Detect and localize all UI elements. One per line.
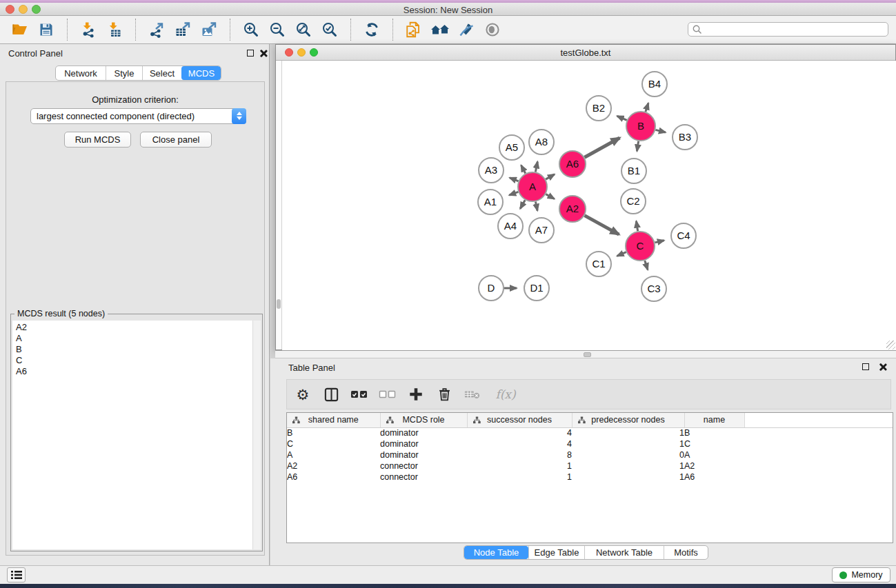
- node-C[interactable]: C: [626, 232, 655, 261]
- table-row[interactable]: Bdominator41B: [287, 427, 893, 438]
- node-A7[interactable]: A7: [529, 218, 554, 243]
- edge-C-C1[interactable]: [617, 252, 626, 256]
- open-session-icon[interactable]: [10, 19, 30, 40]
- edge-A-A3[interactable]: [510, 178, 519, 181]
- cell-successor-nodes[interactable]: 4: [467, 438, 572, 449]
- cell-name[interactable]: A2: [684, 460, 744, 472]
- table-row[interactable]: Cdominator41C: [287, 438, 893, 449]
- select-all-checkboxes-icon[interactable]: [350, 385, 368, 403]
- edge-C-C2[interactable]: [636, 221, 637, 232]
- table-row[interactable]: A2connector11A2: [287, 460, 893, 472]
- show-column-panel-icon[interactable]: [322, 385, 340, 403]
- mcds-result-item[interactable]: A6: [16, 366, 261, 377]
- edge-B-B3[interactable]: [655, 130, 666, 132]
- cell-shared-name[interactable]: A: [287, 449, 380, 460]
- unselect-all-checkboxes-icon[interactable]: [379, 385, 397, 403]
- tab-mcds[interactable]: MCDS: [181, 66, 221, 80]
- add-column-icon[interactable]: [407, 385, 425, 403]
- memory-button[interactable]: Memory: [832, 567, 890, 582]
- node-A3[interactable]: A3: [479, 158, 504, 183]
- node-B4[interactable]: B4: [642, 72, 667, 97]
- column-header-name[interactable]: name: [684, 413, 744, 427]
- edge-A-A1[interactable]: [509, 192, 518, 195]
- cell-name[interactable]: B: [684, 427, 744, 438]
- node-A2[interactable]: A2: [559, 196, 586, 222]
- zoom-out-icon[interactable]: [267, 19, 288, 40]
- node-B2[interactable]: B2: [586, 96, 611, 121]
- edge-A-A4[interactable]: [520, 200, 525, 209]
- node-A4[interactable]: A4: [498, 214, 523, 239]
- cell-successor-nodes[interactable]: 8: [467, 449, 572, 460]
- node-C1[interactable]: C1: [586, 252, 611, 276]
- node-A1[interactable]: A1: [478, 190, 503, 214]
- node-D[interactable]: D: [479, 276, 504, 301]
- tab-network[interactable]: Network: [56, 66, 106, 80]
- hide-graphics-details-icon[interactable]: [456, 19, 477, 40]
- table-float-panel-icon[interactable]: [862, 363, 869, 370]
- edge-A-A6[interactable]: [546, 174, 555, 179]
- float-panel-icon[interactable]: [247, 50, 254, 57]
- column-header-predecessor-nodes[interactable]: predecessor nodes: [572, 413, 684, 427]
- edge-A2-C[interactable]: [585, 216, 619, 234]
- save-session-icon[interactable]: [36, 19, 57, 40]
- cell-shared-name[interactable]: B: [287, 427, 380, 438]
- tab-node-table[interactable]: Node Table: [464, 546, 528, 559]
- cell-name[interactable]: C: [684, 438, 744, 449]
- search-input[interactable]: [703, 23, 888, 35]
- cell-shared-name[interactable]: A2: [287, 460, 380, 472]
- cell-predecessor-nodes[interactable]: 1: [572, 427, 684, 438]
- import-table-icon[interactable]: [104, 19, 125, 40]
- mcds-result-list[interactable]: A2ABCA6: [12, 321, 261, 549]
- zoom-fit-icon[interactable]: [293, 19, 314, 40]
- cell-successor-nodes[interactable]: 1: [467, 472, 572, 483]
- export-network-icon[interactable]: [146, 19, 167, 40]
- node-A8[interactable]: A8: [529, 130, 554, 154]
- node-table[interactable]: shared nameMCDS rolesuccessor nodesprede…: [287, 413, 893, 483]
- edge-A-A7[interactable]: [535, 202, 537, 211]
- network-bottom-scroll-thumb[interactable]: [584, 352, 591, 357]
- toolbar-search[interactable]: [688, 22, 888, 37]
- run-mcds-button[interactable]: Run MCDS: [64, 132, 131, 148]
- cell-successor-nodes[interactable]: 4: [467, 427, 572, 438]
- edge-A6-B[interactable]: [584, 138, 619, 157]
- new-network-from-selection-icon[interactable]: [404, 19, 424, 40]
- import-network-icon[interactable]: [78, 19, 99, 40]
- cell-MCDS-role[interactable]: dominator: [380, 438, 467, 449]
- edge-B-B1[interactable]: [637, 141, 638, 152]
- network-bottom-scrollbar[interactable]: [275, 350, 896, 358]
- node-C3[interactable]: C3: [641, 276, 666, 301]
- close-panel-icon[interactable]: [259, 50, 267, 57]
- column-header-MCDS-role[interactable]: MCDS role: [380, 413, 467, 427]
- cell-MCDS-role[interactable]: dominator: [380, 427, 467, 438]
- delete-column-trash-icon[interactable]: [435, 385, 453, 403]
- node-B1[interactable]: B1: [621, 159, 646, 183]
- network-left-scrollbar[interactable]: [276, 61, 282, 349]
- mcds-result-item[interactable]: A2: [16, 322, 261, 333]
- edge-B-B4[interactable]: [646, 103, 648, 112]
- refresh-icon[interactable]: [361, 19, 382, 40]
- edge-B-B2[interactable]: [617, 116, 627, 120]
- cell-predecessor-nodes[interactable]: 1: [572, 472, 684, 483]
- cell-predecessor-nodes[interactable]: 1: [572, 460, 684, 472]
- zoom-in-icon[interactable]: [241, 19, 261, 40]
- cell-shared-name[interactable]: A6: [287, 472, 380, 483]
- cell-successor-nodes[interactable]: 1: [467, 460, 572, 472]
- zoom-selected-icon[interactable]: [319, 19, 340, 40]
- edge-A-A5[interactable]: [521, 165, 526, 174]
- table-close-panel-icon[interactable]: [879, 363, 886, 371]
- node-B3[interactable]: B3: [673, 125, 697, 150]
- column-header-shared-name[interactable]: shared name: [287, 413, 380, 427]
- node-D1[interactable]: D1: [524, 276, 549, 301]
- column-header-successor-nodes[interactable]: successor nodes: [467, 413, 572, 427]
- edge-C-C3[interactable]: [645, 261, 648, 270]
- tab-network-table[interactable]: Network Table: [584, 546, 664, 559]
- edge-A-A2[interactable]: [546, 194, 554, 199]
- close-panel-button[interactable]: Close panel: [140, 132, 212, 148]
- tab-edge-table[interactable]: Edge Table: [528, 546, 584, 559]
- cell-MCDS-role[interactable]: dominator: [380, 449, 467, 460]
- table-row[interactable]: A6connector11A6: [287, 472, 893, 483]
- node-C2[interactable]: C2: [621, 189, 646, 214]
- panel-list-icon[interactable]: [7, 567, 26, 582]
- table-row[interactable]: Adominator80A: [287, 449, 893, 460]
- edge-C-C4[interactable]: [655, 241, 664, 243]
